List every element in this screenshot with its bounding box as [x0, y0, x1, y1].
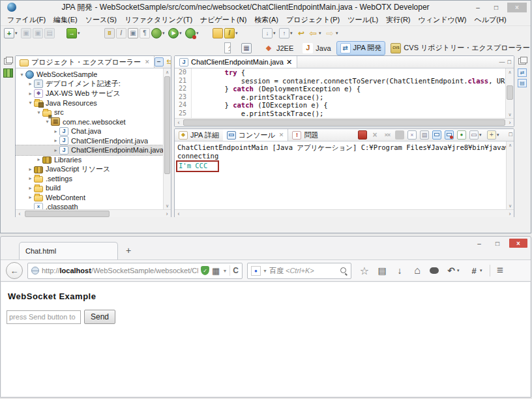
menu-item[interactable]: 編集(E)	[50, 14, 81, 26]
scrollbar-thumb[interactable]	[507, 85, 513, 100]
dropdown-arrow-icon[interactable]: ▾	[480, 268, 484, 273]
scrollbar-thumb[interactable]	[25, 211, 110, 217]
console-output[interactable]: ChatClientEndpointMain [Java アプリケーション] C…	[175, 141, 506, 209]
downloads-button[interactable]: ▾	[394, 265, 406, 276]
link-with-editor-button[interactable]	[166, 57, 171, 66]
debug-button[interactable]: ▾	[151, 28, 168, 38]
toolbar-gap[interactable]: ▾	[83, 28, 93, 38]
close-view-icon[interactable]: ✕	[279, 132, 284, 138]
perspective-cvs[interactable]: CVS リポジトリー・エクスプローラー	[387, 41, 532, 55]
search-button[interactable]: ▾	[104, 28, 115, 38]
code-text[interactable]: e.printStackTrace();	[192, 93, 323, 102]
browser-close-button[interactable]: ×	[509, 239, 527, 248]
qr-code-icon[interactable]: ▦	[212, 267, 220, 275]
dropdown-arrow-icon[interactable]: ▾	[479, 132, 484, 138]
tree-item[interactable]: ▸ Libraries	[16, 155, 163, 165]
back-button[interactable]: ←	[6, 262, 23, 279]
twistie-icon[interactable]: ▸	[27, 175, 34, 181]
terminate-button[interactable]: ▾	[357, 130, 368, 140]
code-text[interactable]: } catch (DeploymentException e) {	[192, 85, 361, 93]
bookmark-star-button[interactable]: ▾	[359, 265, 370, 276]
search-bar[interactable]: ▼ 百度 <Ctrl+K>	[247, 263, 351, 279]
dropdown-arrow-icon[interactable]: ▾	[336, 31, 340, 36]
twistie-icon[interactable]: ▸	[27, 194, 34, 200]
toolbar-gap[interactable]: ▾	[201, 28, 212, 38]
tree-item[interactable]: ▸ build	[16, 183, 163, 193]
save-button[interactable]: ▾	[20, 28, 32, 38]
minimize-editor-button[interactable]: —	[499, 59, 505, 65]
search-engine-dropdown-icon[interactable]: ▼	[263, 269, 267, 273]
palette-view-icon[interactable]	[3, 68, 13, 78]
tab-project-explorer[interactable]: プロジェクト・エクスプローラー ✕	[16, 56, 155, 68]
tree-item[interactable]: ▸ デプロイメント記述子:	[16, 80, 163, 89]
tree-item[interactable]: .classpath	[16, 202, 163, 209]
new-button[interactable]: ▾	[3, 28, 20, 38]
browser-minimize-button[interactable]: –	[473, 239, 486, 248]
message-input[interactable]	[7, 310, 81, 324]
twistie-icon[interactable]: ▾	[27, 100, 34, 106]
toolbar-separator[interactable]: ▾	[394, 130, 405, 140]
tree-item[interactable]: ▸ ChatClientEndpoint.java	[16, 136, 163, 146]
menu-item[interactable]: ナビゲート(N)	[196, 14, 250, 26]
home-button[interactable]: ▾	[411, 265, 423, 276]
twistie-icon[interactable]: ▸	[52, 147, 59, 153]
profile-button[interactable]: ▾	[185, 28, 201, 38]
restore-view-icon[interactable]	[4, 58, 12, 65]
menu-item[interactable]: ファイル(F)	[3, 14, 50, 26]
tree-item[interactable]: ▾ com.nec.websocket	[16, 117, 163, 127]
tree-item[interactable]: ▸ JavaScript リソース	[16, 164, 163, 174]
code-text[interactable]: } catch (IOException e) {	[192, 101, 328, 110]
twistie-icon[interactable]: ▸	[52, 138, 59, 143]
scroll-up-icon[interactable]: ∧	[506, 68, 514, 76]
send-button[interactable]: Send	[84, 310, 115, 324]
dropdown-arrow-icon[interactable]: ▾	[235, 31, 240, 36]
new-tab-button[interactable]: +	[126, 245, 131, 256]
dropdown-arrow-icon[interactable]: ▾	[15, 31, 20, 36]
show-whitespace-button[interactable]: ▾	[139, 28, 151, 38]
twistie-icon[interactable]: ▾	[44, 119, 51, 125]
ide-close-button[interactable]: ×	[507, 3, 527, 12]
scroll-left-icon[interactable]: ‹	[175, 119, 183, 126]
twistie-icon[interactable]: ▸	[27, 81, 34, 87]
menu-item[interactable]: プロジェクト(P)	[282, 14, 344, 26]
menu-item[interactable]: ヘルプ(H)	[471, 14, 510, 26]
close-tab-icon[interactable]: ✕	[286, 58, 292, 66]
twistie-icon[interactable]: ▸	[52, 128, 59, 134]
clear-console-button[interactable]: ▾	[407, 130, 417, 140]
last-edit-location-button[interactable]: ▾	[295, 28, 307, 38]
scroll-right-icon[interactable]: ›	[506, 119, 514, 126]
scroll-down-icon[interactable]: ∨	[506, 111, 514, 118]
ide-minimize-button[interactable]: –	[471, 3, 485, 12]
undo-close-tab-button[interactable]: ▾	[445, 265, 462, 276]
url-text[interactable]: http://localhost/WebSocketSample/websock…	[42, 267, 198, 274]
jpa-structure-view-icon[interactable]: ⇄	[518, 68, 527, 77]
browser-tab[interactable]: Chat.html	[19, 242, 118, 259]
scroll-up-icon[interactable]: ∧	[507, 141, 514, 149]
tree-item[interactable]: ▾ WebSocketSample	[16, 70, 163, 80]
quick-access-input[interactable]: クイック・アクセス	[224, 42, 231, 53]
pin-console-button[interactable]: ▾	[456, 130, 467, 140]
frame-tool-button[interactable]: ▾	[468, 265, 485, 276]
menu-item[interactable]: リファクタリング(T)	[121, 14, 196, 26]
code-line[interactable]: 24 } catch (IOException e) {	[175, 101, 505, 110]
tab-console[interactable]: コンソール ✕	[223, 129, 289, 141]
code-line[interactable]: 23 e.printStackTrace();	[175, 93, 505, 102]
hello-bubble-button[interactable]: ▾	[429, 267, 439, 274]
save-all-button[interactable]: ▾	[32, 28, 44, 38]
dropdown-arrow-icon[interactable]: ▾	[273, 31, 278, 36]
dropdown-arrow-icon[interactable]: ▾	[196, 31, 201, 36]
scroll-up-icon[interactable]: ∧	[164, 68, 171, 76]
dropdown-arrow-icon[interactable]: ▾	[497, 132, 501, 138]
ide-maximize-button[interactable]: □	[489, 3, 503, 12]
show-stderr-button[interactable]: ▾	[444, 130, 454, 140]
menu-item[interactable]: ツール(L)	[344, 14, 382, 26]
show-stdout-button[interactable]: ▾	[432, 130, 442, 140]
scrollbar-thumb[interactable]	[183, 119, 505, 126]
export-wizard-button[interactable]: ▾	[66, 28, 83, 38]
remove-launch-button[interactable]: ▾	[370, 130, 380, 140]
baidu-engine-icon[interactable]	[251, 266, 261, 276]
dropdown-arrow-icon[interactable]: ▾	[290, 31, 295, 36]
open-console-button[interactable]: ▾	[486, 130, 502, 140]
back-history-button[interactable]: ▾	[307, 28, 324, 38]
url-bar[interactable]: http://localhost/WebSocketSample/websock…	[27, 263, 243, 279]
